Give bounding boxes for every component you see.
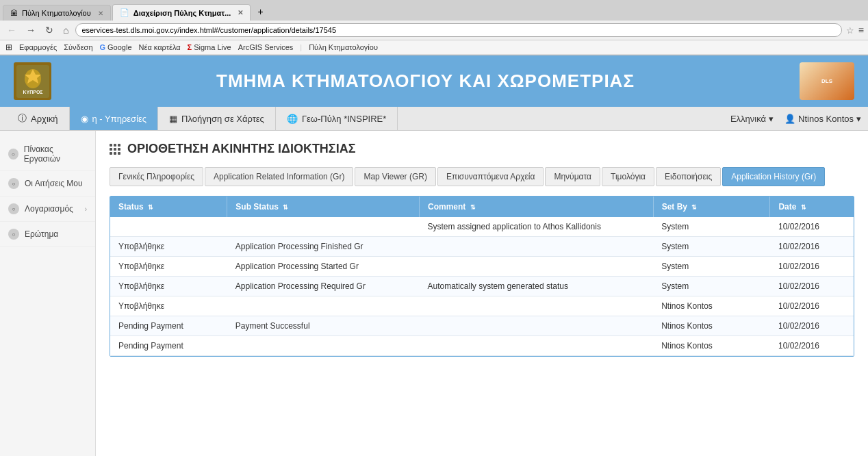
table-row: System assigned application to Athos Kal… [110,217,854,237]
header-row: Status ⇅ Sub Status ⇅ Comment ⇅ [110,197,854,217]
cell-setby-6: Ntinos Kontos [653,336,770,356]
cell-substatus-3: Application Processing Required Gr [227,277,420,296]
col-header-date[interactable]: Date ⇅ [770,197,854,217]
logo-banner: DLS [800,62,854,100]
url-input[interactable] [75,23,841,37]
cell-substatus-4 [227,296,420,316]
cell-date-6: 10/02/2016 [770,336,854,356]
page: ΚΥΠΡΟΣ ΤΜΗΜΑ ΚΤΗΜΑΤΟΛΟΓΙΟΥ ΚΑΙ ΧΩΡΟΜΕΤΡΙ… [0,55,868,456]
sort-icon-comment[interactable]: ⇅ [470,204,476,211]
tab-close-2[interactable]: ✕ [238,9,243,16]
bookmark-εφαρμογες[interactable]: Εφαρμογές [19,43,57,51]
nav-item-maps[interactable]: ▦ Πλοήγηση σε Χάρτες [158,107,276,130]
cell-setby-1: System [653,237,770,257]
tab-history[interactable]: Application History (Gr) [722,167,825,186]
cell-date-5: 10/02/2016 [770,316,854,336]
svg-text:ΚΥΠΡΟΣ: ΚΥΠΡΟΣ [23,90,42,94]
sidebar-item-dashboard[interactable]: ○ Πίνακας Εργασιών [0,138,95,171]
bookmark-label-new-tab: Νέα καρτέλα [139,43,181,51]
table-row: Pending Payment Payment Successful Ntino… [110,316,854,336]
apps-icon: ⊞ [5,42,12,52]
table-row: Pending Payment Ntinos Kontos 10/02/2016 [110,336,854,356]
bookmark-label-εφαρμογες: Εφαρμογές [19,43,57,51]
tab-favicon-1: 🏛 [10,9,18,17]
cell-comment-0: System assigned application to Athos Kal… [419,217,653,237]
cell-substatus-2: Application Processing Started Gr [227,257,420,277]
col-header-substatus[interactable]: Sub Status ⇅ [227,197,420,217]
cell-comment-3: Automatically system generated status [419,277,653,296]
user-menu[interactable]: 👤 Ntinos Kontos ▾ [784,114,861,124]
sort-icon-substatus[interactable]: ⇅ [283,204,288,211]
col-header-status[interactable]: Status ⇅ [110,197,227,217]
bookmark-συνδεση[interactable]: Σύνδεση [64,43,92,51]
tab-label-1: Πύλη Κτηματολογίου [22,9,91,17]
cell-status-1: Υποβλήθηκε [110,237,227,257]
home-button[interactable]: ⌂ [60,23,71,37]
bookmarks-bar: ⊞ Εφαρμογές Σύνδεση G Google Νέα καρτέλα… [0,40,868,55]
tab-1[interactable]: 🏛 Πύλη Κτηματολογίου ✕ [3,5,111,21]
sidebar-item-applications[interactable]: ○ Οι Αιτήσεις Μου [0,171,95,197]
logo-text: DLS [821,78,832,84]
bookmark-label-arcgis: ArcGIS Services [238,43,294,51]
site-title: ΤΜΗΜΑ ΚΤΗΜΑΤΟΛΟΓΙΟΥ ΚΑΙ ΧΩΡΟΜΕΤΡΙΑΣ [51,71,800,92]
nav-label-maps: Πλοήγηση σε Χάρτες [181,114,264,124]
cell-setby-4: Ntinos Kontos [653,296,770,316]
tab-2[interactable]: 📄 Διαχείριση Πύλης Κτηματ... ✕ [112,4,251,21]
table-header: Status ⇅ Sub Status ⇅ Comment ⇅ [110,197,854,217]
cell-status-4: Υποβλήθηκε [110,296,227,316]
tab-related-info-label: Application Related Information (Gr) [214,172,344,181]
address-bar: ← → ↻ ⌂ ☆ ≡ [0,21,868,40]
tab-messages[interactable]: Μηνύματα [545,167,600,186]
cell-substatus-6 [227,336,420,356]
sidebar-item-account[interactable]: ○ Λογαριασμός › [0,197,95,222]
nav-item-eservices[interactable]: ◉ η - Υπηρεσίες [70,107,159,130]
nav-item-inspire[interactable]: 🌐 Γεω-Πύλη *INSPIRE* [276,107,398,130]
sidebar-item-query[interactable]: ○ Ερώτημα [0,222,95,247]
tab-map-viewer[interactable]: Map Viewer (GR) [355,167,435,186]
new-tab-button[interactable]: + [252,3,268,21]
nav-label-archiki: Αρχική [31,114,58,124]
sort-icon-setby[interactable]: ⇅ [691,204,697,211]
sort-icon-status[interactable]: ⇅ [148,204,153,211]
user-dropdown-icon: ▾ [856,114,861,124]
col-setby-label: Set By [662,202,687,212]
tab-attachments[interactable]: Επισυναπτόμενα Αρχεία [437,167,544,186]
bookmark-sigma-live[interactable]: Σ Sigma Live [188,43,231,51]
col-date-label: Date [778,202,796,212]
language-selector[interactable]: Ελληνικά ▾ [730,114,774,124]
cell-setby-3: System [653,277,770,296]
bookmark-google[interactable]: G Google [100,43,132,51]
main-nav: ⓘ Αρχική ◉ η - Υπηρεσίες ▦ Πλοήγηση σε Χ… [0,107,868,131]
sort-icon-date[interactable]: ⇅ [801,204,806,211]
applications-icon: ○ [8,178,19,189]
sidebar-label-dashboard: Πίνακας Εργασιών [24,144,87,164]
refresh-button[interactable]: ↻ [42,23,56,37]
cell-status-6: Pending Payment [110,336,227,356]
forward-button[interactable]: → [23,23,38,37]
tab-map-viewer-label: Map Viewer (GR) [363,172,426,181]
tab-close-1[interactable]: ✕ [98,10,103,17]
nav-right: Ελληνικά ▾ 👤 Ntinos Kontos ▾ [730,114,861,124]
bookmark-new-tab[interactable]: Νέα καρτέλα [139,43,181,51]
cell-comment-5 [419,316,653,336]
site-header: ΚΥΠΡΟΣ ΤΜΗΜΑ ΚΤΗΜΑΤΟΛΟΓΙΟΥ ΚΑΙ ΧΩΡΟΜΕΤΡΙ… [0,55,868,107]
cell-setby-5: Ntinos Kontos [653,316,770,336]
bookmark-portal[interactable]: Πύλη Κτηματολογίου [309,43,378,51]
menu-icon[interactable]: ≡ [858,25,864,36]
bookmark-arcgis[interactable]: ArcGIS Services [238,43,294,51]
col-header-comment[interactable]: Comment ⇅ [419,197,653,217]
tab-genikes[interactable]: Γενικές Πληροφορίες [110,167,203,186]
tab-related-info[interactable]: Application Related Information (Gr) [205,167,353,186]
tab-favicon-2: 📄 [120,8,129,17]
back-button[interactable]: ← [4,23,19,37]
info-icon: ⓘ [18,112,27,125]
sidebar-label-account: Λογαριασμός [25,204,73,214]
tab-notifications[interactable]: Ειδοποιήσεις [656,167,721,186]
col-header-setby[interactable]: Set By ⇅ [653,197,770,217]
nav-item-archiki[interactable]: ⓘ Αρχική [7,107,70,130]
eservices-icon: ◉ [81,114,88,124]
cell-comment-1 [419,237,653,257]
bookmark-star-icon[interactable]: ☆ [846,25,854,36]
tab-invoices[interactable]: Τιμολόγια [602,167,654,186]
cell-date-3: 10/02/2016 [770,277,854,296]
